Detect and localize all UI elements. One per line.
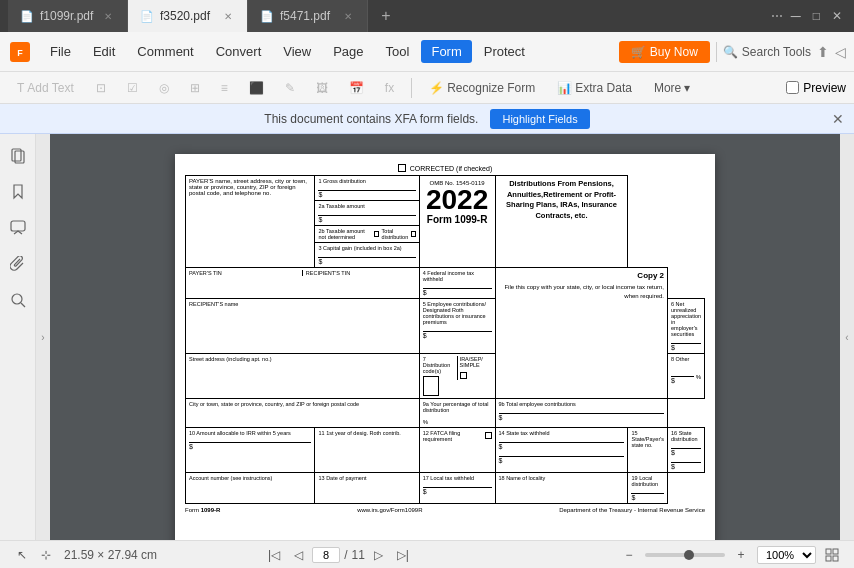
menu-form[interactable]: Form <box>421 40 471 63</box>
left-sidebar <box>0 134 36 540</box>
tab-f3520[interactable]: 📄 f3520.pdf ✕ <box>128 0 248 32</box>
external-link-icon[interactable]: ⬆ <box>817 44 829 60</box>
checkbox-icon: ☑ <box>127 81 138 95</box>
current-page-input[interactable] <box>312 547 340 563</box>
maximize-button[interactable]: □ <box>809 9 824 23</box>
total-emp-cell: 9b Total employee contributions $ <box>495 399 668 428</box>
new-tab-button[interactable]: + <box>372 2 400 30</box>
payer-name-label: PAYER'S name, street address, city or to… <box>189 178 307 196</box>
close-button[interactable]: ✕ <box>828 9 846 23</box>
first-year-cell: 11 1st year of desig. Roth contrib. <box>315 428 419 473</box>
corrected-checkbox[interactable] <box>398 164 406 172</box>
amount-ira-label: 10 Amount allocable to IRR within 5 year… <box>189 430 311 436</box>
page-navigation: |◁ ◁ / 11 ▷ ▷| <box>264 545 413 565</box>
city-label: City or town, state or province, country… <box>189 401 416 407</box>
zoom-select[interactable]: 100% 75% 125% 150% <box>757 546 816 564</box>
list-tool[interactable]: ≡ <box>212 77 237 99</box>
text-select-tool[interactable]: ⊹ <box>36 545 56 565</box>
pdf-icon-2: 📄 <box>140 10 154 23</box>
menu-view[interactable]: View <box>273 40 321 63</box>
btn-tool[interactable]: ⬛ <box>240 77 273 99</box>
zoom-slider[interactable] <box>645 553 725 557</box>
sidebar-attachment[interactable] <box>4 250 32 278</box>
search-tools-button[interactable]: 🔍 Search Tools <box>723 45 811 59</box>
sign-tool[interactable]: ✎ <box>276 77 304 99</box>
image-icon: 🖼 <box>316 81 328 95</box>
date-tool[interactable]: 📅 <box>340 77 373 99</box>
local-dist-cell: 19 Local distribution $ <box>628 473 668 504</box>
extra-data-button[interactable]: 📊 Extra Data <box>548 77 641 99</box>
menu-file[interactable]: File <box>40 40 81 63</box>
menu-bar: F File Edit Comment Convert View Page To… <box>0 32 854 72</box>
amount-ira-cell: 10 Amount allocable to IRR within 5 year… <box>186 428 315 473</box>
add-text-button[interactable]: T Add Text <box>8 77 83 99</box>
menu-edit[interactable]: Edit <box>83 40 125 63</box>
taxable-undet-checkbox[interactable] <box>374 231 378 237</box>
pdf-icon-3: 📄 <box>260 10 274 23</box>
form-table: PAYER'S name, street address, city or to… <box>185 175 705 504</box>
pdf-area: CORRECTED (if checked) PAYER'S name, str… <box>50 134 840 540</box>
zoom-controls: − + 100% 75% 125% 150% <box>619 545 842 565</box>
name-locality-cell: 18 Name of locality <box>495 473 628 504</box>
highlight-fields-button[interactable]: Highlight Fields <box>490 109 589 129</box>
chevron-down-icon: ▾ <box>684 81 690 95</box>
state-dist-label: 16 State distribution <box>671 430 701 442</box>
tab-f5471[interactable]: 📄 f5471.pdf ✕ <box>248 0 368 32</box>
last-page-button[interactable]: ▷| <box>393 545 413 565</box>
ira-checkbox[interactable] <box>460 372 467 379</box>
fatca-checkbox[interactable] <box>485 432 491 439</box>
status-left: ↖ ⊹ 21.59 × 27.94 cm <box>12 545 157 565</box>
select-tool[interactable]: ⊡ <box>87 77 115 99</box>
total-pages: 11 <box>351 548 364 562</box>
pointer-tool[interactable]: ↖ <box>12 545 32 565</box>
state-tax-cell: 14 State tax withheld $ $ <box>495 428 628 473</box>
radio-icon: ◎ <box>159 81 169 95</box>
prev-page-button[interactable]: ◁ <box>288 545 308 565</box>
notification-close[interactable]: ✕ <box>832 111 844 127</box>
sidebar-search[interactable] <box>4 286 32 314</box>
window-menu[interactable]: ⋯ <box>771 9 783 23</box>
taxable-undet-label: 2b Taxable amount not determined <box>318 228 371 240</box>
fit-page-icon[interactable] <box>822 545 842 565</box>
sidebar-comment[interactable] <box>4 214 32 242</box>
tab-close-2[interactable]: ✕ <box>221 9 235 23</box>
net-unrealized-cell: 6 Net unrealized appreciation in employe… <box>668 299 705 354</box>
more-button[interactable]: More ▾ <box>645 77 699 99</box>
image-tool[interactable]: 🖼 <box>307 77 337 99</box>
combo-tool[interactable]: ⊞ <box>181 77 209 99</box>
recipient-name-cell: RECIPIENT'S name <box>186 299 420 354</box>
sidebar-bookmark[interactable] <box>4 178 32 206</box>
buy-now-button[interactable]: 🛒 Buy Now <box>619 41 710 63</box>
tab-close-1[interactable]: ✕ <box>101 9 115 23</box>
left-panel-toggle[interactable]: › <box>36 134 50 540</box>
tab-f1099r[interactable]: 📄 f1099r.pdf ✕ <box>8 0 128 32</box>
corrected-row: CORRECTED (if checked) <box>185 164 705 172</box>
total-dist-checkbox[interactable] <box>411 231 415 237</box>
menu-comment[interactable]: Comment <box>127 40 203 63</box>
taxable-amt-label: 2a Taxable amount <box>318 203 415 209</box>
back-icon[interactable]: ◁ <box>835 44 846 60</box>
zoom-in-button[interactable]: + <box>731 545 751 565</box>
first-page-button[interactable]: |◁ <box>264 545 284 565</box>
right-panel-toggle[interactable]: ‹ <box>840 134 854 540</box>
menu-protect[interactable]: Protect <box>474 40 535 63</box>
menu-page[interactable]: Page <box>323 40 373 63</box>
city-cell: City or town, state or province, country… <box>186 399 420 428</box>
checkbox-tool[interactable]: ☑ <box>118 77 147 99</box>
sidebar-pages[interactable] <box>4 142 32 170</box>
next-page-button[interactable]: ▷ <box>369 545 389 565</box>
tab-close-3[interactable]: ✕ <box>341 9 355 23</box>
radio-tool[interactable]: ◎ <box>150 77 178 99</box>
formula-tool[interactable]: fx <box>376 77 403 99</box>
state-tax-label: 14 State tax withheld <box>499 430 625 436</box>
menu-tool[interactable]: Tool <box>376 40 420 63</box>
menu-convert[interactable]: Convert <box>206 40 272 63</box>
svg-rect-5 <box>11 221 25 231</box>
name-locality-label: 18 Name of locality <box>499 475 625 481</box>
minimize-button[interactable]: ─ <box>787 8 805 24</box>
recognize-form-button[interactable]: ⚡ Recognize Form <box>420 77 544 99</box>
copy-description: File this copy with your state, city, or… <box>499 283 665 301</box>
first-year-label: 11 1st year of desig. Roth contrib. <box>318 430 415 436</box>
preview-checkbox[interactable] <box>786 81 799 94</box>
zoom-out-button[interactable]: − <box>619 545 639 565</box>
